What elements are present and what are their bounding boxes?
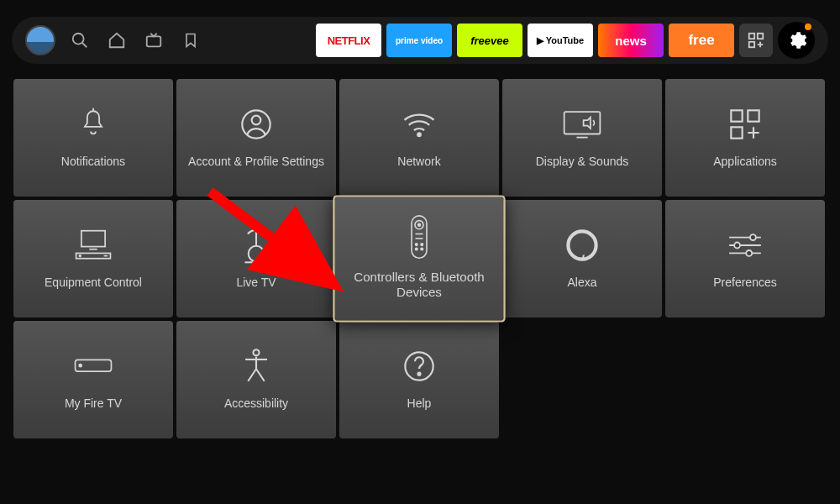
svg-point-21	[249, 246, 265, 262]
app-tile-primevideo[interactable]: prime video	[386, 24, 452, 57]
settings-tile-preferences[interactable]: Preferences	[665, 200, 825, 318]
svg-line-46	[256, 369, 265, 381]
app-tile-news[interactable]: news	[598, 24, 664, 57]
top-navigation-bar: NETFLIX prime video freevee ▶ YouTube ne…	[12, 17, 828, 64]
display-icon	[563, 106, 601, 143]
settings-tile-livetv[interactable]: Live TV	[176, 200, 336, 318]
account-icon	[239, 106, 273, 143]
svg-point-32	[421, 248, 423, 250]
bookmark-icon[interactable]	[181, 31, 200, 50]
settings-tile-remote[interactable]: Controllers & Bluetooth Devices	[333, 195, 505, 322]
accessibility-icon	[241, 348, 271, 385]
svg-point-48	[418, 373, 421, 375]
svg-rect-3	[749, 34, 754, 39]
svg-line-1	[82, 43, 87, 48]
svg-rect-5	[749, 42, 754, 47]
settings-tile-firetv[interactable]: My Fire TV	[13, 321, 173, 438]
svg-rect-16	[81, 231, 105, 247]
tile-label: My Fire TV	[65, 396, 122, 412]
settings-grid: NotificationsAccount & Profile SettingsN…	[0, 72, 840, 445]
help-icon	[402, 348, 436, 385]
tile-label: Display & Sounds	[536, 155, 629, 170]
tile-label: Equipment Control	[45, 276, 142, 291]
svg-point-30	[421, 243, 423, 245]
svg-point-26	[418, 223, 421, 226]
svg-point-19	[79, 255, 81, 257]
settings-tile-help[interactable]: Help	[339, 321, 499, 438]
svg-point-42	[253, 350, 259, 356]
svg-point-9	[252, 116, 261, 125]
svg-point-31	[416, 248, 418, 250]
alexa-icon	[564, 227, 600, 264]
tile-label: Help	[407, 396, 432, 412]
svg-rect-14	[748, 111, 759, 122]
nav-icon-group	[71, 31, 200, 50]
settings-gear-button[interactable]	[778, 22, 815, 59]
svg-point-35	[750, 234, 756, 240]
app-shortcut-row: NETFLIX prime video freevee ▶ YouTube ne…	[316, 22, 815, 59]
svg-point-37	[734, 243, 740, 249]
apps-icon	[728, 106, 762, 143]
search-icon[interactable]	[71, 31, 89, 50]
preferences-icon	[727, 227, 764, 264]
app-tile-freevee[interactable]: freevee	[457, 24, 522, 57]
tile-label: Controllers & Bluetooth Devices	[344, 269, 494, 301]
settings-tile-bell[interactable]: Notifications	[13, 79, 173, 197]
app-grid-icon[interactable]	[739, 24, 773, 57]
tile-label: Live TV	[236, 276, 276, 291]
svg-rect-4	[758, 34, 763, 39]
profile-avatar[interactable]	[25, 25, 55, 55]
app-tile-free[interactable]: free	[669, 24, 734, 57]
app-tile-netflix[interactable]: NETFLIX	[316, 24, 381, 57]
svg-point-29	[416, 243, 418, 245]
settings-tile-account[interactable]: Account & Profile Settings	[176, 79, 336, 197]
settings-tile-accessibility[interactable]: Accessibility	[176, 321, 336, 438]
wifi-icon	[402, 106, 437, 143]
svg-rect-2	[147, 36, 161, 46]
home-icon[interactable]	[108, 31, 126, 50]
svg-line-45	[248, 369, 256, 381]
bell-icon	[78, 106, 108, 143]
svg-rect-24	[412, 215, 427, 257]
settings-tile-wifi[interactable]: Network	[339, 79, 499, 197]
tile-label: Notifications	[61, 155, 125, 170]
remote-icon	[409, 217, 429, 257]
svg-rect-15	[731, 128, 742, 139]
livetv-icon	[240, 227, 272, 264]
tile-label: Preferences	[713, 276, 776, 291]
svg-point-33	[568, 232, 596, 260]
tile-label: Accessibility	[224, 396, 288, 412]
svg-point-10	[417, 134, 421, 137]
app-tile-youtube[interactable]: ▶ YouTube	[528, 24, 593, 57]
tile-label: Alexa	[567, 276, 596, 291]
notification-dot-icon	[805, 24, 811, 30]
settings-tile-display[interactable]: Display & Sounds	[502, 79, 662, 197]
tile-label: Applications	[713, 155, 777, 170]
settings-tile-apps[interactable]: Applications	[665, 79, 825, 197]
svg-rect-13	[731, 111, 742, 122]
firetv-icon	[74, 348, 113, 385]
settings-tile-alexa[interactable]: Alexa	[502, 200, 662, 318]
svg-point-0	[73, 34, 84, 45]
svg-point-39	[746, 250, 752, 256]
svg-point-41	[79, 365, 81, 367]
equipment-icon	[75, 227, 112, 264]
tile-label: Account & Profile Settings	[188, 155, 324, 170]
tile-label: Network	[397, 155, 440, 170]
settings-tile-equipment[interactable]: Equipment Control	[13, 200, 173, 318]
tv-icon[interactable]	[144, 31, 163, 50]
